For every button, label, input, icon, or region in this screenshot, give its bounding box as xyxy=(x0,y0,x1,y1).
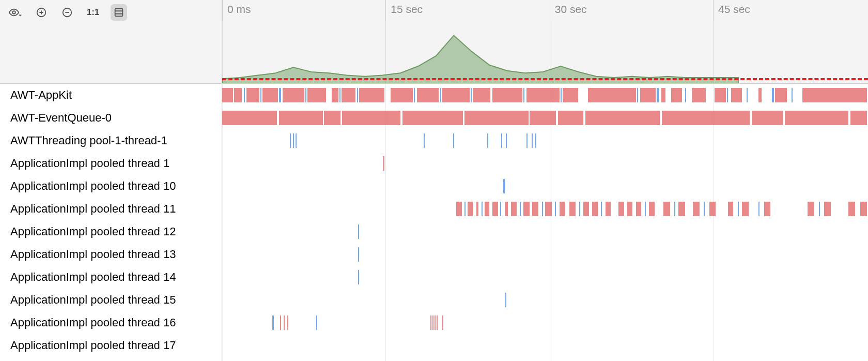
event-span[interactable] xyxy=(464,111,529,125)
event-span[interactable] xyxy=(442,315,443,330)
event-span[interactable] xyxy=(464,202,466,216)
event-span[interactable] xyxy=(437,315,438,330)
event-span[interactable] xyxy=(661,88,665,102)
event-span[interactable] xyxy=(808,202,814,216)
event-span[interactable] xyxy=(520,202,521,216)
event-span[interactable] xyxy=(727,88,728,102)
event-span[interactable] xyxy=(246,88,259,102)
thread-label[interactable]: ApplicationImpl pooled thread 14 xyxy=(0,266,222,289)
event-span[interactable] xyxy=(283,88,304,102)
event-span[interactable] xyxy=(636,202,642,216)
event-span[interactable] xyxy=(414,88,415,102)
event-span[interactable] xyxy=(482,202,483,216)
event-span[interactable] xyxy=(558,111,583,125)
thread-row[interactable] xyxy=(222,84,868,107)
event-span[interactable] xyxy=(234,88,242,102)
event-span[interactable] xyxy=(511,202,517,216)
event-span[interactable] xyxy=(640,88,656,102)
event-span[interactable] xyxy=(860,202,867,216)
event-span[interactable] xyxy=(728,202,734,216)
event-span[interactable] xyxy=(332,88,338,102)
event-span[interactable] xyxy=(523,202,530,216)
event-span[interactable] xyxy=(424,133,425,148)
event-span[interactable] xyxy=(545,202,552,216)
event-span[interactable] xyxy=(532,133,533,148)
event-span[interactable] xyxy=(671,88,682,102)
event-span[interactable] xyxy=(485,202,489,216)
event-span[interactable] xyxy=(526,88,560,102)
event-span[interactable] xyxy=(492,88,522,102)
event-span[interactable] xyxy=(453,133,454,148)
thread-row[interactable] xyxy=(222,220,868,243)
event-span[interactable] xyxy=(585,111,660,125)
event-span[interactable] xyxy=(542,202,543,216)
event-span[interactable] xyxy=(476,202,478,216)
event-span[interactable] xyxy=(293,133,294,148)
event-span[interactable] xyxy=(506,133,507,148)
cpu-chart[interactable]: 0 ms15 sec30 sec45 sec xyxy=(222,0,868,83)
thread-row[interactable] xyxy=(222,334,868,357)
thread-label[interactable]: ApplicationImpl pooled thread 13 xyxy=(0,243,222,266)
event-span[interactable] xyxy=(569,202,576,216)
event-span[interactable] xyxy=(662,111,750,125)
event-span[interactable] xyxy=(785,111,848,125)
event-span[interactable] xyxy=(244,88,245,102)
event-span[interactable] xyxy=(802,88,867,102)
event-span[interactable] xyxy=(473,88,490,102)
event-span[interactable] xyxy=(592,202,598,216)
thread-label[interactable]: ApplicationImpl pooled thread 17 xyxy=(0,334,222,357)
event-span[interactable] xyxy=(715,88,725,102)
event-span[interactable] xyxy=(678,202,685,216)
event-span[interactable] xyxy=(391,88,412,102)
thread-row[interactable] xyxy=(222,311,868,334)
event-span[interactable] xyxy=(758,88,762,102)
thread-row[interactable] xyxy=(222,266,868,289)
zoom-out-button[interactable] xyxy=(59,4,75,21)
event-span[interactable] xyxy=(535,133,536,148)
event-span[interactable] xyxy=(430,315,431,330)
toggle-collapse-button[interactable] xyxy=(111,4,127,21)
event-span[interactable] xyxy=(709,202,716,216)
event-span[interactable] xyxy=(588,88,636,102)
thread-row[interactable] xyxy=(222,152,868,175)
event-span[interactable] xyxy=(764,202,771,216)
thread-row[interactable] xyxy=(222,198,868,220)
thread-row[interactable] xyxy=(222,243,868,266)
event-span[interactable] xyxy=(505,202,508,216)
event-span[interactable] xyxy=(819,202,820,216)
event-span[interactable] xyxy=(530,111,556,125)
event-span[interactable] xyxy=(560,202,565,216)
actual-size-button[interactable]: 1:1 xyxy=(85,4,101,21)
event-span[interactable] xyxy=(324,111,340,125)
thread-label[interactable]: ApplicationImpl pooled thread 10 xyxy=(0,175,222,198)
event-span[interactable] xyxy=(402,111,463,125)
event-span[interactable] xyxy=(704,202,705,216)
event-span[interactable] xyxy=(440,88,441,102)
event-span[interactable] xyxy=(358,224,359,239)
event-span[interactable] xyxy=(358,247,359,262)
event-span[interactable] xyxy=(279,88,281,102)
event-span[interactable] xyxy=(848,202,855,216)
event-span[interactable] xyxy=(692,88,706,102)
event-span[interactable] xyxy=(456,202,462,216)
event-span[interactable] xyxy=(649,202,655,216)
thread-label[interactable]: AWT-EventQueue-0 xyxy=(0,107,222,129)
event-span[interactable] xyxy=(383,156,384,171)
event-span[interactable] xyxy=(435,315,436,330)
event-span[interactable] xyxy=(579,202,580,216)
thread-row[interactable] xyxy=(222,107,868,129)
event-span[interactable] xyxy=(618,202,624,216)
event-span[interactable] xyxy=(775,88,787,102)
event-span[interactable] xyxy=(305,88,306,102)
event-span[interactable] xyxy=(442,88,470,102)
thread-label[interactable]: ApplicationImpl pooled thread 12 xyxy=(0,220,222,243)
event-span[interactable] xyxy=(417,88,439,102)
thread-row[interactable] xyxy=(222,289,868,311)
event-span[interactable] xyxy=(792,88,793,102)
event-span[interactable] xyxy=(752,111,782,125)
event-span[interactable] xyxy=(260,88,261,102)
event-span[interactable] xyxy=(342,111,400,125)
event-span[interactable] xyxy=(284,315,285,330)
event-span[interactable] xyxy=(222,111,277,125)
event-span[interactable] xyxy=(359,88,384,102)
